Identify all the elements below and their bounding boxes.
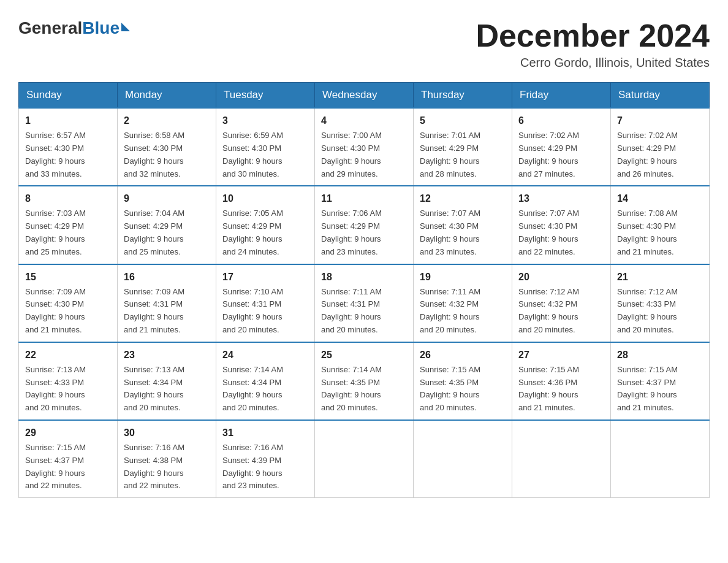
weekday-header-wednesday: Wednesday	[315, 83, 414, 109]
day-info: Sunrise: 7:11 AMSunset: 4:32 PMDaylight:…	[420, 286, 506, 337]
day-number: 23	[124, 348, 210, 362]
calendar-cell: 22Sunrise: 7:13 AMSunset: 4:33 PMDayligh…	[19, 342, 118, 420]
calendar-cell: 17Sunrise: 7:10 AMSunset: 4:31 PMDayligh…	[216, 264, 315, 342]
logo-general-text: General	[18, 18, 82, 38]
day-info: Sunrise: 7:03 AMSunset: 4:29 PMDaylight:…	[25, 207, 111, 258]
weekday-header-monday: Monday	[118, 83, 216, 109]
day-number: 21	[617, 270, 703, 285]
title-section: December 2024 Cerro Gordo, Illinois, Uni…	[476, 18, 710, 70]
day-number: 27	[518, 348, 604, 362]
day-number: 18	[321, 270, 407, 285]
day-info: Sunrise: 7:10 AMSunset: 4:31 PMDaylight:…	[222, 286, 308, 337]
day-info: Sunrise: 7:11 AMSunset: 4:31 PMDaylight:…	[321, 286, 407, 337]
calendar-cell: 19Sunrise: 7:11 AMSunset: 4:32 PMDayligh…	[414, 264, 512, 342]
day-info: Sunrise: 7:15 AMSunset: 4:35 PMDaylight:…	[420, 364, 506, 415]
weekday-header-sunday: Sunday	[19, 83, 118, 109]
day-number: 24	[222, 348, 308, 362]
day-info: Sunrise: 7:06 AMSunset: 4:29 PMDaylight:…	[321, 207, 407, 258]
day-number: 11	[321, 191, 407, 206]
day-number: 3	[222, 113, 308, 128]
calendar-cell: 2Sunrise: 6:58 AMSunset: 4:30 PMDaylight…	[118, 108, 216, 186]
day-info: Sunrise: 7:12 AMSunset: 4:32 PMDaylight:…	[518, 286, 604, 337]
weekday-header-thursday: Thursday	[414, 83, 512, 109]
weekday-header-saturday: Saturday	[611, 83, 710, 109]
calendar-cell: 4Sunrise: 7:00 AMSunset: 4:30 PMDaylight…	[315, 108, 414, 186]
calendar-cell: 7Sunrise: 7:02 AMSunset: 4:29 PMDaylight…	[611, 108, 710, 186]
day-info: Sunrise: 7:04 AMSunset: 4:29 PMDaylight:…	[124, 207, 210, 258]
calendar-cell	[611, 420, 710, 498]
calendar-cell: 28Sunrise: 7:15 AMSunset: 4:37 PMDayligh…	[611, 342, 710, 420]
calendar-cell: 31Sunrise: 7:16 AMSunset: 4:39 PMDayligh…	[216, 420, 315, 498]
calendar-cell: 16Sunrise: 7:09 AMSunset: 4:31 PMDayligh…	[118, 264, 216, 342]
day-number: 5	[420, 113, 506, 128]
day-number: 4	[321, 113, 407, 128]
day-info: Sunrise: 7:05 AMSunset: 4:29 PMDaylight:…	[222, 207, 308, 258]
day-number: 13	[518, 191, 604, 206]
calendar-cell: 5Sunrise: 7:01 AMSunset: 4:29 PMDaylight…	[414, 108, 512, 186]
calendar-cell: 25Sunrise: 7:14 AMSunset: 4:35 PMDayligh…	[315, 342, 414, 420]
day-number: 20	[518, 270, 604, 285]
day-number: 26	[420, 348, 506, 362]
day-info: Sunrise: 7:13 AMSunset: 4:34 PMDaylight:…	[124, 364, 210, 415]
calendar-week-row: 8Sunrise: 7:03 AMSunset: 4:29 PMDaylight…	[19, 186, 710, 264]
day-number: 28	[617, 348, 703, 362]
day-info: Sunrise: 7:02 AMSunset: 4:29 PMDaylight:…	[518, 129, 604, 180]
day-info: Sunrise: 7:13 AMSunset: 4:33 PMDaylight:…	[25, 364, 111, 415]
calendar-cell: 23Sunrise: 7:13 AMSunset: 4:34 PMDayligh…	[118, 342, 216, 420]
page-header: General Blue December 2024 Cerro Gordo, …	[18, 18, 710, 70]
day-number: 31	[222, 426, 308, 440]
day-info: Sunrise: 7:07 AMSunset: 4:30 PMDaylight:…	[518, 207, 604, 258]
day-info: Sunrise: 7:15 AMSunset: 4:36 PMDaylight:…	[518, 364, 604, 415]
day-number: 9	[124, 191, 210, 206]
calendar-week-row: 1Sunrise: 6:57 AMSunset: 4:30 PMDaylight…	[19, 108, 710, 186]
weekday-header-tuesday: Tuesday	[216, 83, 315, 109]
day-number: 2	[124, 113, 210, 128]
calendar-week-row: 15Sunrise: 7:09 AMSunset: 4:30 PMDayligh…	[19, 264, 710, 342]
calendar-cell: 14Sunrise: 7:08 AMSunset: 4:30 PMDayligh…	[611, 186, 710, 264]
day-number: 8	[25, 191, 111, 206]
calendar-week-row: 29Sunrise: 7:15 AMSunset: 4:37 PMDayligh…	[19, 420, 710, 498]
calendar-cell: 27Sunrise: 7:15 AMSunset: 4:36 PMDayligh…	[512, 342, 611, 420]
calendar-cell: 26Sunrise: 7:15 AMSunset: 4:35 PMDayligh…	[414, 342, 512, 420]
calendar-cell: 20Sunrise: 7:12 AMSunset: 4:32 PMDayligh…	[512, 264, 611, 342]
day-info: Sunrise: 7:00 AMSunset: 4:30 PMDaylight:…	[321, 129, 407, 180]
day-info: Sunrise: 7:12 AMSunset: 4:33 PMDaylight:…	[617, 286, 703, 337]
day-info: Sunrise: 6:59 AMSunset: 4:30 PMDaylight:…	[222, 129, 308, 180]
day-number: 29	[25, 426, 111, 440]
location-subtitle: Cerro Gordo, Illinois, United States	[476, 56, 710, 70]
day-info: Sunrise: 7:14 AMSunset: 4:34 PMDaylight:…	[222, 364, 308, 415]
calendar-cell: 6Sunrise: 7:02 AMSunset: 4:29 PMDaylight…	[512, 108, 611, 186]
day-info: Sunrise: 7:07 AMSunset: 4:30 PMDaylight:…	[420, 207, 506, 258]
calendar-week-row: 22Sunrise: 7:13 AMSunset: 4:33 PMDayligh…	[19, 342, 710, 420]
calendar-header-row: SundayMondayTuesdayWednesdayThursdayFrid…	[19, 83, 710, 109]
calendar-cell: 10Sunrise: 7:05 AMSunset: 4:29 PMDayligh…	[216, 186, 315, 264]
day-number: 19	[420, 270, 506, 285]
day-info: Sunrise: 7:14 AMSunset: 4:35 PMDaylight:…	[321, 364, 407, 415]
day-number: 15	[25, 270, 111, 285]
calendar-cell: 13Sunrise: 7:07 AMSunset: 4:30 PMDayligh…	[512, 186, 611, 264]
calendar-cell: 8Sunrise: 7:03 AMSunset: 4:29 PMDaylight…	[19, 186, 118, 264]
day-number: 14	[617, 191, 703, 206]
day-info: Sunrise: 6:57 AMSunset: 4:30 PMDaylight:…	[25, 129, 111, 180]
day-number: 12	[420, 191, 506, 206]
calendar-cell	[512, 420, 611, 498]
day-info: Sunrise: 7:09 AMSunset: 4:31 PMDaylight:…	[124, 286, 210, 337]
day-info: Sunrise: 7:01 AMSunset: 4:29 PMDaylight:…	[420, 129, 506, 180]
day-info: Sunrise: 7:15 AMSunset: 4:37 PMDaylight:…	[25, 442, 111, 492]
calendar-cell: 11Sunrise: 7:06 AMSunset: 4:29 PMDayligh…	[315, 186, 414, 264]
day-number: 7	[617, 113, 703, 128]
logo: General Blue	[18, 18, 130, 38]
calendar-cell: 12Sunrise: 7:07 AMSunset: 4:30 PMDayligh…	[414, 186, 512, 264]
calendar-cell: 21Sunrise: 7:12 AMSunset: 4:33 PMDayligh…	[611, 264, 710, 342]
month-title: December 2024	[476, 18, 710, 53]
calendar-cell: 18Sunrise: 7:11 AMSunset: 4:31 PMDayligh…	[315, 264, 414, 342]
calendar-cell: 3Sunrise: 6:59 AMSunset: 4:30 PMDaylight…	[216, 108, 315, 186]
day-number: 25	[321, 348, 407, 362]
day-number: 22	[25, 348, 111, 362]
calendar-cell: 15Sunrise: 7:09 AMSunset: 4:30 PMDayligh…	[19, 264, 118, 342]
day-info: Sunrise: 7:08 AMSunset: 4:30 PMDaylight:…	[617, 207, 703, 258]
day-info: Sunrise: 6:58 AMSunset: 4:30 PMDaylight:…	[124, 129, 210, 180]
logo-triangle-icon	[121, 23, 130, 31]
day-info: Sunrise: 7:16 AMSunset: 4:38 PMDaylight:…	[124, 442, 210, 492]
day-number: 1	[25, 113, 111, 128]
